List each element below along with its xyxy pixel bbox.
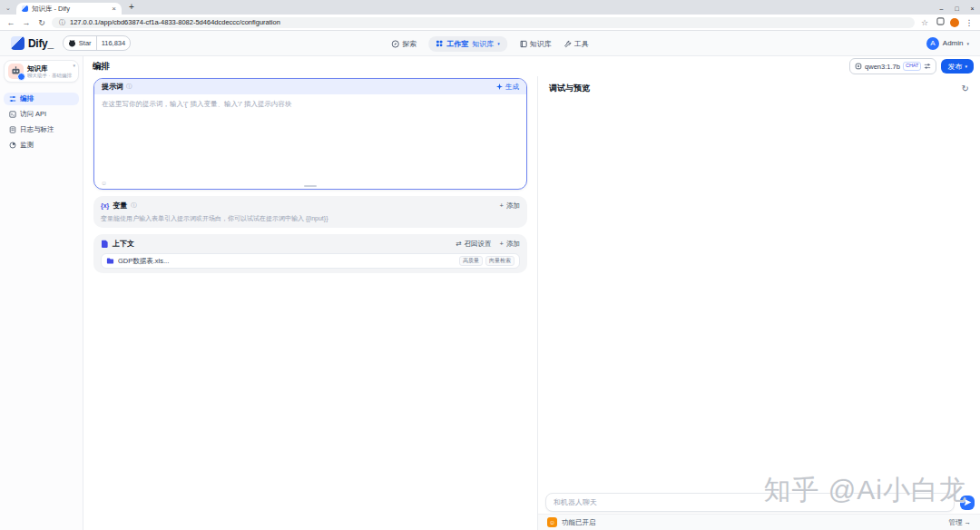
orchestrate-pane: 提示词 ⓘ 生成 在这里写你的提示词，输入'{' 插入变量、输入'/' 插入提示…: [83, 76, 537, 530]
browser-tab-strip: ⌄ 知识库 - Dify × + – □ ×: [0, 0, 980, 15]
browser-toolbar: ← → ↻ ⓘ 127.0.0.1/app/cbd63874-cf1a-4833…: [0, 15, 980, 31]
prompt-editor[interactable]: 在这里写你的提示词，输入'{' 插入变量、输入'/' 插入提示内容块 ☺: [94, 94, 526, 189]
main-header-row: 编排 qwen3:1.7b CHAT 发布 ▾: [83, 56, 980, 76]
variables-icon: {x}: [101, 202, 109, 209]
nav-item-tools[interactable]: 工具: [564, 39, 589, 49]
back-icon[interactable]: ←: [5, 18, 16, 27]
browser-menu-icon[interactable]: ⋮: [964, 18, 975, 27]
nav-item-explore[interactable]: 探索: [391, 39, 416, 49]
book-icon: [519, 40, 527, 48]
chevron-down-icon: ▾: [965, 64, 967, 69]
sidebar-item-label: 日志与标注: [20, 125, 54, 134]
sidebar-item-label: 监测: [20, 141, 34, 150]
dify-favicon-icon: [22, 5, 28, 12]
plus-icon: +: [500, 240, 504, 248]
nav-item-studio-active[interactable]: 工作室 知识库 ▾: [428, 36, 507, 52]
sidebar-item-label: 编排: [20, 94, 34, 103]
sidebar-item-orchestrate[interactable]: 编排: [4, 93, 79, 105]
variables-description: 变量能使用户输入表单引入提示词或开场白，你可以试试在提示词中输入 {{input…: [101, 214, 520, 223]
model-params-icon[interactable]: [924, 63, 931, 70]
app-body: 知识库 聊天助手 · 基础编排 ▾ 编排 访问 API 日志与标注: [0, 56, 980, 530]
generate-prompt-button[interactable]: 生成: [496, 83, 519, 92]
folder-icon: [106, 257, 114, 265]
reload-icon[interactable]: ↻: [36, 18, 47, 27]
context-doc-icon: [101, 240, 109, 248]
extensions-icon[interactable]: [935, 17, 946, 27]
add-variable-button[interactable]: + 添加: [500, 201, 520, 211]
publish-button[interactable]: 发布 ▾: [941, 59, 974, 74]
variables-section: {x} 变量 ⓘ + 添加 变量能使用户输入表单引入提示词或开场白，你可以试试在…: [93, 196, 527, 228]
chevron-down-icon: ▾: [497, 41, 500, 46]
context-dataset-card[interactable]: GDP数据表.xls... 高质量 向量检索: [101, 253, 520, 269]
header-user[interactable]: A Admin ▾: [926, 37, 969, 50]
recall-settings-button[interactable]: ⇄ 召回设置: [456, 240, 491, 249]
user-avatar[interactable]: A: [926, 37, 939, 50]
features-enabled-label: 功能已开启: [562, 518, 596, 527]
sidebar-item-api[interactable]: 访问 API: [4, 108, 79, 121]
dataset-method-badge: 向量检索: [485, 256, 514, 266]
model-name: qwen3:1.7b: [865, 63, 900, 71]
resize-handle[interactable]: [304, 185, 317, 187]
chat-input[interactable]: [545, 493, 955, 512]
recall-settings-label: 召回设置: [465, 240, 492, 249]
prompt-title: 提示词: [102, 82, 123, 92]
screen: ⌄ 知识库 - Dify × + – □ × ← → ↻ ⓘ 127.0.0.1…: [0, 0, 980, 530]
app-name: 知识库: [27, 64, 74, 73]
sidebar: 知识库 聊天助手 · 基础编排 ▾ 编排 访问 API 日志与标注: [0, 56, 83, 530]
sparkle-icon: [496, 83, 503, 90]
features-icon: ☺: [547, 517, 557, 527]
bookmark-star-icon[interactable]: ☆: [919, 18, 930, 27]
dify-logo[interactable]: Dify_: [11, 36, 54, 50]
app-selector-card[interactable]: 知识库 聊天助手 · 基础编排 ▾: [4, 60, 79, 83]
model-type-badge: CHAT: [903, 62, 922, 71]
window-minimize-button[interactable]: –: [934, 3, 949, 15]
tab-close-icon[interactable]: ×: [112, 5, 116, 13]
window-close-button[interactable]: ×: [965, 3, 980, 15]
tab-title: 知识库 - Dify: [32, 5, 108, 14]
swap-icon: ⇄: [456, 240, 461, 248]
sidebar-item-monitoring[interactable]: 监测: [4, 139, 79, 152]
github-star-button[interactable]: Star 116,834: [63, 35, 131, 51]
tools-icon: [564, 40, 572, 48]
debug-preview-pane: 调试与预览 ↻ ☺ 功能已开启 管理 →: [537, 76, 980, 530]
send-button[interactable]: [960, 496, 975, 510]
add-variable-label: 添加: [506, 201, 520, 211]
dify-logo-text: Dify_: [28, 37, 54, 50]
forward-icon[interactable]: →: [21, 18, 32, 27]
restart-conversation-icon[interactable]: ↻: [962, 84, 969, 93]
api-icon: [9, 111, 16, 118]
prompt-footer-icon[interactable]: ☺: [101, 180, 107, 186]
browser-profile-avatar[interactable]: [950, 18, 959, 27]
nav-tools-label: 工具: [574, 39, 589, 49]
nav-studio-label: 工作室: [446, 39, 468, 49]
tab-search-icon[interactable]: ⌄: [5, 5, 11, 12]
sidebar-item-label: 访问 API: [20, 110, 46, 119]
header-nav: 探索 工作室 知识库 ▾ 知识库 工具: [391, 31, 589, 56]
browser-tab[interactable]: 知识库 - Dify ×: [16, 3, 122, 15]
nav-explore-label: 探索: [402, 39, 416, 49]
url-text: 127.0.0.1/app/cbd63874-cf1a-4833-8082-5d…: [70, 18, 280, 26]
new-tab-button[interactable]: +: [129, 2, 134, 12]
model-selector[interactable]: qwen3:1.7b CHAT: [849, 58, 936, 74]
publish-label: 发布: [947, 62, 962, 72]
debug-preview-title: 调试与预览: [549, 83, 590, 94]
page-title: 编排: [93, 61, 110, 73]
site-info-icon[interactable]: ⓘ: [59, 18, 65, 27]
nav-item-knowledge[interactable]: 知识库: [519, 39, 552, 49]
manage-features-button[interactable]: 管理 →: [948, 518, 971, 527]
features-bar: ☺ 功能已开启 管理 →: [538, 514, 980, 530]
context-section: 上下文 ⇄ 召回设置 + 添加: [93, 234, 527, 273]
nav-current-app-label[interactable]: 知识库: [472, 39, 494, 49]
logs-icon: [9, 126, 16, 133]
studio-icon: [436, 40, 443, 47]
add-context-button[interactable]: + 添加: [500, 240, 520, 249]
window-maximize-button[interactable]: □: [949, 3, 965, 15]
app-subtitle: 聊天助手 · 基础编排: [27, 73, 74, 79]
model-icon: [855, 63, 862, 70]
url-bar[interactable]: ⓘ 127.0.0.1/app/cbd63874-cf1a-4833-8082-…: [52, 17, 915, 28]
variables-title: 变量: [113, 201, 127, 211]
chat-app-badge-icon: [17, 73, 25, 81]
sidebar-item-logs[interactable]: 日志与标注: [4, 123, 79, 136]
dataset-name: GDP数据表.xls...: [118, 257, 169, 266]
plus-icon: +: [500, 201, 504, 210]
